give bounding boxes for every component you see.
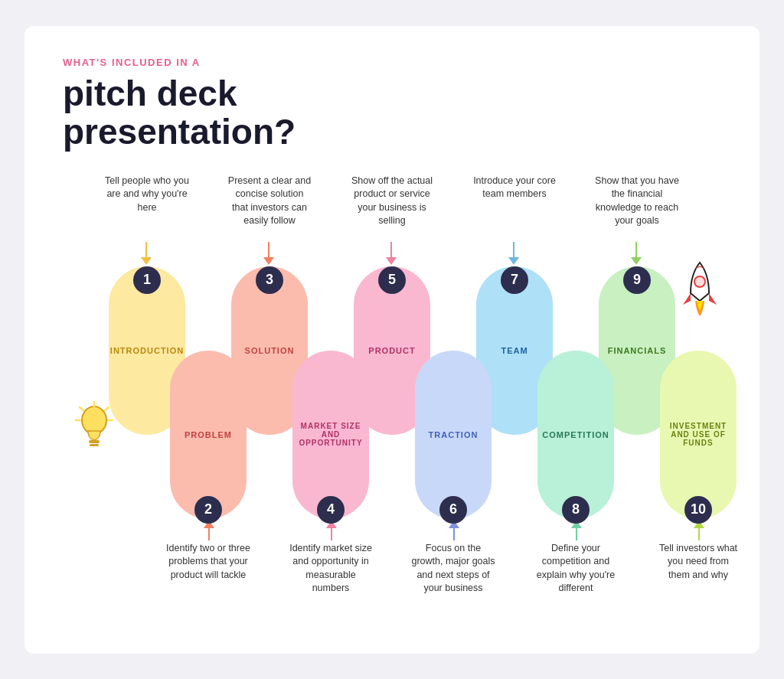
- pill-6-label: TRACTION: [423, 430, 485, 439]
- rocket-icon: [677, 259, 723, 329]
- svg-rect-1: [89, 440, 100, 443]
- pill-9-label: FINANCIALS: [602, 346, 673, 355]
- pill-8-label: COMPETITION: [536, 430, 615, 439]
- pill-2: PROBLEM: [170, 351, 247, 519]
- main-title: pitch deck presentation?: [63, 74, 729, 152]
- num-1: 1: [133, 266, 161, 294]
- arrow-1-head: [141, 257, 152, 265]
- arrow-3-line: [268, 242, 270, 257]
- desc-4: Identify market size and opportunity in …: [289, 542, 373, 596]
- arrow-3-head: [263, 257, 274, 265]
- svg-line-5: [105, 407, 109, 410]
- num-5: 5: [378, 266, 406, 294]
- desc-5: Show off the actual product or service y…: [350, 175, 434, 228]
- desc-9: Show that you have the financial knowled…: [595, 175, 679, 228]
- arrow-9-line: [635, 242, 637, 257]
- arrow-7-line: [513, 242, 514, 257]
- pill-2-label: PROBLEM: [178, 430, 238, 439]
- num-8: 8: [562, 496, 590, 524]
- pill-4-label: MARKET SIZE AND OPPORTUNITY: [292, 422, 369, 447]
- arrow-7-head: [508, 257, 519, 265]
- desc-3: Present a clear and concise solution tha…: [227, 175, 312, 228]
- arrow-5-line: [390, 242, 392, 257]
- pill-4: MARKET SIZE AND OPPORTUNITY: [292, 351, 369, 519]
- diagram: Tell people who you are and why you're h…: [63, 175, 729, 603]
- pill-10-label: INVESTMENT AND USE OF FUNDS: [660, 422, 737, 447]
- svg-line-4: [80, 407, 83, 410]
- num-9: 9: [623, 266, 651, 294]
- num-4: 4: [317, 496, 345, 524]
- svg-rect-2: [90, 444, 99, 446]
- num-6: 6: [439, 496, 467, 524]
- svg-point-0: [82, 406, 106, 434]
- pill-10: INVESTMENT AND USE OF FUNDS: [660, 351, 737, 519]
- svg-point-8: [694, 276, 705, 287]
- desc-8: Define your competition and explain why …: [534, 542, 618, 596]
- arrow-1-line: [145, 242, 147, 257]
- desc-6: Focus on the growth, major goals and nex…: [411, 542, 495, 596]
- num-10: 10: [684, 496, 712, 524]
- arrow-9-head: [631, 257, 642, 265]
- desc-2: Identify two or three problems that your…: [166, 542, 250, 583]
- subtitle: WHAT'S INCLUDED IN A: [63, 57, 729, 68]
- pill-6: TRACTION: [415, 351, 492, 519]
- desc-1: Tell people who you are and why you're h…: [105, 175, 189, 215]
- desc-10: Tell investors what you need from them a…: [656, 542, 740, 583]
- desc-7: Introduce your core team members: [472, 175, 557, 201]
- num-2: 2: [194, 496, 222, 524]
- pill-7-label: TEAM: [495, 346, 534, 355]
- lightbulb-icon: [74, 400, 114, 456]
- pill-5-label: PRODUCT: [362, 346, 421, 355]
- arrow-5-head: [386, 257, 397, 265]
- num-3: 3: [256, 266, 283, 294]
- pill-1-label: INTRODUCTION: [104, 346, 190, 355]
- num-7: 7: [501, 266, 528, 294]
- pill-8: COMPETITION: [537, 351, 614, 519]
- pill-3-label: SOLUTION: [239, 346, 301, 355]
- main-card: WHAT'S INCLUDED IN A pitch deck presenta…: [24, 26, 760, 654]
